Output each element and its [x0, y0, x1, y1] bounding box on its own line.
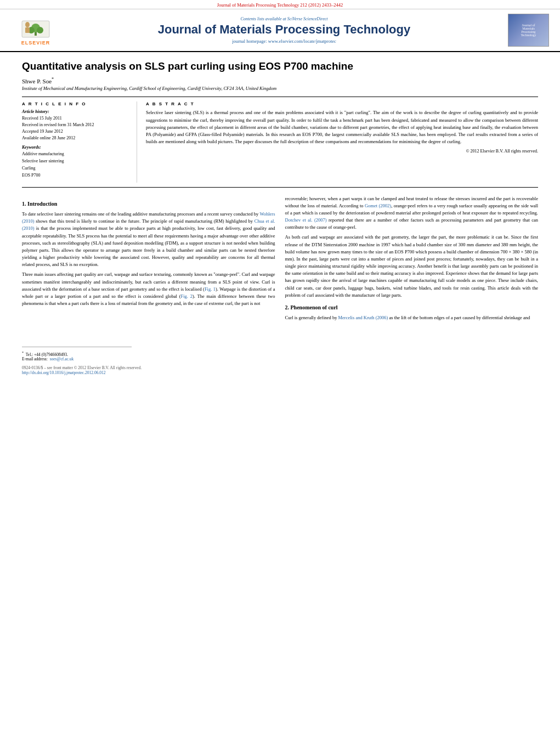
ref-chua[interactable]: Chua et al. (2010) — [22, 218, 275, 231]
ref-dotchev[interactable]: Dotchev et al. (2007) — [285, 217, 327, 223]
keywords-group: Keywords: Additive manufacturing Selecti… — [22, 145, 130, 179]
keyword-3: Curling — [22, 165, 130, 172]
article-history-title: Article history: — [22, 109, 130, 114]
copyright-line: © 2012 Elsevier B.V. All rights reserved… — [146, 149, 538, 154]
article-title: Quantitative analysis on SLS part curlin… — [22, 60, 538, 73]
author-name: Shwe P. Soe — [22, 77, 52, 84]
section1-para2: Three main issues affecting part quality… — [22, 271, 275, 307]
footnote-sup: * — [22, 350, 24, 354]
journal-header-center: Contents lists available at SciVerse Sci… — [60, 16, 508, 44]
journal-citation: Journal of Materials Processing Technolo… — [217, 2, 343, 8]
section1-para1: To date selective laser sintering remain… — [22, 211, 275, 268]
sciverse-line: Contents lists available at SciVerse Sci… — [60, 16, 508, 21]
elsevier-wordmark: ELSEVIER — [21, 40, 50, 46]
received-revised-date: Received in revised form 31 March 2012 — [22, 122, 130, 128]
keywords-title: Keywords: — [22, 145, 130, 150]
ref-fig2[interactable]: Fig. 2 — [181, 293, 193, 299]
keywords-list: Additive manufacturing Selective laser s… — [22, 151, 130, 179]
doi-link[interactable]: http://dx.doi.org/10.1016/j.jmatprotec.2… — [22, 370, 106, 375]
ref-fig1[interactable]: Fig. 1 — [205, 286, 216, 292]
abstract-column: A B S T R A C T Selective laser sinterin… — [146, 101, 538, 182]
article-history-group: Article history: Received 15 July 2011 R… — [22, 109, 130, 142]
received-date: Received 15 July 2011 — [22, 115, 130, 122]
article-info-column: A R T I C L E I N F O Article history: R… — [22, 101, 137, 182]
affiliation: Institute of Mechanical and Manufacturin… — [22, 86, 538, 91]
homepage-line: journal homepage: www.elsevier.com/locat… — [60, 38, 508, 44]
main-content: Quantitative analysis on SLS part curlin… — [0, 52, 560, 336]
abstract-label: A B S T R A C T — [146, 101, 538, 106]
footnote-email: E-mail address: soes@cf.ac.uk — [22, 357, 538, 361]
body-left-column: 1. Introduction To date selective laser … — [22, 195, 275, 325]
journal-header: ELSEVIER Contents lists available at Sci… — [0, 9, 560, 52]
keyword-4: EOS P700 — [22, 172, 130, 179]
article-info-abstract: A R T I C L E I N F O Article history: R… — [22, 97, 538, 187]
sciverse-link[interactable]: SciVerse ScienceDirect — [287, 16, 328, 21]
ref-mercelis[interactable]: Mercelis and Kruth (2006) — [338, 315, 388, 320]
keyword-2: Selective laser sintering — [22, 158, 130, 165]
section2-para1: Curl is generally defined by Mercelis an… — [285, 314, 539, 321]
footer-notes: * Tel.: +44 (0)7946608493. E-mail addres… — [0, 347, 560, 364]
body-columns: 1. Introduction To date selective laser … — [22, 195, 538, 325]
doi-line: http://dx.doi.org/10.1016/j.jmatprotec.2… — [22, 370, 538, 375]
author-sup: * — [52, 77, 54, 82]
journal-title: Journal of Materials Processing Technolo… — [60, 22, 508, 37]
keyword-1: Additive manufacturing — [22, 151, 130, 158]
footer-email-link[interactable]: soes@cf.ac.uk — [50, 357, 74, 361]
author-line: Shwe P. Soe* — [22, 77, 538, 84]
svg-point-4 — [37, 27, 43, 33]
article-info-label: A R T I C L E I N F O — [22, 101, 130, 106]
ref-gomet[interactable]: Gomet (2002) — [365, 203, 391, 208]
svg-rect-6 — [25, 27, 30, 33]
svg-point-5 — [25, 22, 30, 27]
section1-col2-para1: recoverable; however, when a part warps … — [285, 195, 539, 231]
journal-top-bar: Journal of Materials Processing Technolo… — [0, 0, 560, 9]
issn-line: 0924-0136/$ – see front matter © 2012 El… — [22, 365, 538, 370]
elsevier-logo: ELSEVIER — [11, 15, 60, 46]
abstract-text: Selective laser sintering (SLS) is a the… — [146, 109, 538, 145]
body-right-column: recoverable; however, when a part warps … — [285, 195, 539, 325]
available-date: Available online 28 June 2012 — [22, 135, 130, 142]
journal-cover-image: Journal ofMaterialsProcessingTechnology — [508, 14, 549, 47]
homepage-link[interactable]: www.elsevier.com/locate/jmatprotec — [268, 38, 336, 44]
footnote-tel: * Tel.: +44 (0)7946608493. — [22, 350, 538, 357]
section1-heading: 1. Introduction — [22, 200, 275, 208]
accepted-date: Accepted 19 June 2012 — [22, 128, 130, 135]
ref-wohlers[interactable]: Wohlers (2010) — [22, 211, 275, 224]
footer-bottom: 0924-0136/$ – see front matter © 2012 El… — [0, 364, 560, 377]
section1-col2-para2: As both curl and warpage are associated … — [285, 234, 539, 299]
section2-heading: 2. Phenomenon of curl — [285, 303, 539, 312]
